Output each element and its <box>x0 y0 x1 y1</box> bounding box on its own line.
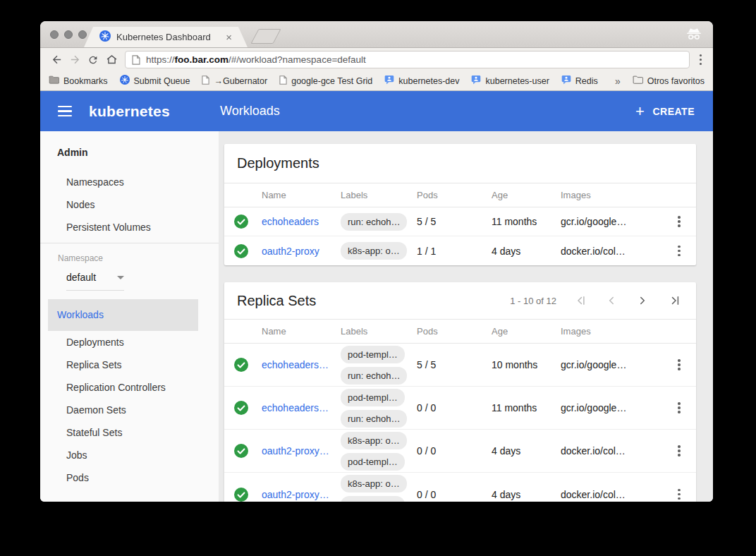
pods-count: 0 / 0 <box>413 489 488 500</box>
sidebar: Admin Namespaces Nodes Persistent Volume… <box>40 131 219 502</box>
namespace-label: Namespace <box>40 253 219 263</box>
bookmarks-overflow-chevron[interactable]: » <box>615 75 621 87</box>
sidebar-chapter-admin: Admin <box>40 144 219 161</box>
zoom-window-button[interactable] <box>78 30 87 39</box>
namespace-select[interactable]: default <box>66 272 124 291</box>
row-menu-icon[interactable] <box>662 216 696 227</box>
status-ok-icon <box>224 401 258 415</box>
replica-sets-card-title: Replica Sets <box>237 293 316 309</box>
table-row: oauth2-proxy… k8s-app: o… pod-templ… 0 /… <box>224 473 696 502</box>
home-icon[interactable] <box>102 54 121 66</box>
last-page-icon[interactable] <box>658 294 689 307</box>
next-page-icon[interactable] <box>627 294 658 307</box>
bookmark-bookmarks-folder[interactable]: Bookmarks <box>49 75 108 86</box>
hamburger-menu-icon[interactable] <box>58 106 72 117</box>
table-row: echoheaders… pod-templ… run: echoh… 5 / … <box>224 344 696 387</box>
images-value: docker.io/col… <box>557 246 662 257</box>
forward-icon[interactable] <box>66 54 84 66</box>
row-menu-icon[interactable] <box>662 489 696 500</box>
age-value: 4 days <box>488 246 557 257</box>
sidebar-item-replica-sets[interactable]: Replica Sets <box>40 353 219 376</box>
table-row: echoheaders… pod-templ… run: echoh… 0 / … <box>224 387 696 430</box>
bookmark-redis[interactable]: Redis <box>561 75 598 87</box>
bookmarks-bar: Bookmarks Submit Queue →Gubernator googl… <box>40 71 713 91</box>
browser-tab[interactable]: Kubernetes Dashboard × <box>84 27 248 47</box>
page-icon <box>279 75 287 87</box>
bookmark-gubernator[interactable]: →Gubernator <box>202 75 267 87</box>
table-row: oauth2-proxy k8s-app: o… 1 / 1 4 days do… <box>224 236 696 265</box>
images-value: gcr.io/google… <box>557 216 662 227</box>
row-menu-icon[interactable] <box>662 402 696 413</box>
chevron-down-icon <box>117 276 124 279</box>
images-value: gcr.io/google… <box>557 402 662 413</box>
replica-set-name-link[interactable]: oauth2-proxy… <box>258 445 337 457</box>
create-button[interactable]: + CREATE <box>635 105 695 118</box>
main-area: Deployments Name Labels Pods Age Images … <box>219 131 713 502</box>
sidebar-item-workloads[interactable]: Workloads <box>48 299 198 331</box>
folder-icon <box>633 75 643 86</box>
reload-icon[interactable] <box>84 54 102 66</box>
row-menu-icon[interactable] <box>662 359 696 370</box>
sidebar-item-nodes[interactable]: Nodes <box>40 193 219 216</box>
age-value: 4 days <box>488 489 557 500</box>
folder-icon <box>49 75 59 86</box>
sidebar-item-namespaces[interactable]: Namespaces <box>40 171 219 193</box>
bookmark-kubernetes-user[interactable]: kubernetes-user <box>471 75 549 87</box>
status-ok-icon <box>224 214 258 229</box>
sidebar-item-persistent-volumes[interactable]: Persistent Volumes <box>40 216 219 238</box>
back-icon[interactable] <box>47 54 66 66</box>
images-value: gcr.io/google… <box>557 359 662 370</box>
page-icon <box>132 55 140 65</box>
replica-set-name-link[interactable]: oauth2-proxy… <box>258 489 337 500</box>
url-bar[interactable]: https://foo.bar.com/#/workload?namespace… <box>125 51 690 68</box>
bookmark-test-grid[interactable]: google-gce Test Grid <box>279 75 372 87</box>
tab-close-icon[interactable]: × <box>226 31 232 43</box>
label-chip: pod-templ… <box>341 389 405 406</box>
tab-title: Kubernetes Dashboard <box>116 32 221 42</box>
label-chip: run: echoh… <box>341 410 407 428</box>
table-row: oauth2-proxy… k8s-app: o… pod-templ… 0 /… <box>224 430 696 473</box>
browser-menu-icon[interactable] <box>695 52 707 68</box>
new-tab-button[interactable] <box>250 29 281 44</box>
images-value: docker.io/col… <box>557 445 662 457</box>
sidebar-divider <box>40 243 219 243</box>
age-value: 11 months <box>488 216 557 227</box>
label-chip: run: echoh… <box>341 367 407 385</box>
kubernetes-logo: kubernetes <box>89 103 170 120</box>
sidebar-item-replication-controllers[interactable]: Replication Controllers <box>40 376 219 399</box>
row-menu-icon[interactable] <box>662 445 696 457</box>
group-chat-icon <box>561 75 571 87</box>
sidebar-item-jobs[interactable]: Jobs <box>40 444 219 466</box>
app-content: Admin Namespaces Nodes Persistent Volume… <box>40 131 713 502</box>
sidebar-item-pods[interactable]: Pods <box>40 466 219 489</box>
sidebar-item-stateful-sets[interactable]: Stateful Sets <box>40 421 219 444</box>
label-chip: k8s-app: o… <box>341 475 407 492</box>
sidebar-item-deployments[interactable]: Deployments <box>40 331 219 353</box>
first-page-icon[interactable] <box>565 294 596 307</box>
deployment-name-link[interactable]: echoheaders <box>258 216 337 227</box>
label-chip: pod-templ… <box>341 496 405 502</box>
bookmark-otros-favoritos[interactable]: Otros favoritos <box>633 75 705 86</box>
age-value: 11 months <box>488 402 557 413</box>
bookmark-kubernetes-dev[interactable]: kubernetes-dev <box>384 75 459 87</box>
group-chat-icon <box>384 75 394 87</box>
sidebar-item-daemon-sets[interactable]: Daemon Sets <box>40 399 219 421</box>
titlebar: Kubernetes Dashboard × <box>40 21 713 48</box>
url-scheme: https:// <box>146 54 175 65</box>
bookmark-submit-queue[interactable]: Submit Queue <box>120 75 190 87</box>
url-domain: foo.bar.com <box>175 54 229 65</box>
close-window-button[interactable] <box>50 30 59 39</box>
label-chip: run: echoh… <box>341 213 407 231</box>
pagination: 1 - 10 of 12 <box>510 294 689 307</box>
minimize-window-button[interactable] <box>64 30 73 39</box>
row-menu-icon[interactable] <box>662 246 696 257</box>
page-title: Workloads <box>220 104 280 119</box>
previous-page-icon[interactable] <box>596 294 627 307</box>
incognito-icon <box>685 27 703 44</box>
replica-set-name-link[interactable]: echoheaders… <box>258 402 337 413</box>
label-chip: pod-templ… <box>341 453 405 471</box>
pods-count: 5 / 5 <box>413 359 488 370</box>
deployments-table-header: Name Labels Pods Age Images <box>224 183 696 207</box>
deployment-name-link[interactable]: oauth2-proxy <box>258 246 337 257</box>
replica-set-name-link[interactable]: echoheaders… <box>258 359 337 370</box>
